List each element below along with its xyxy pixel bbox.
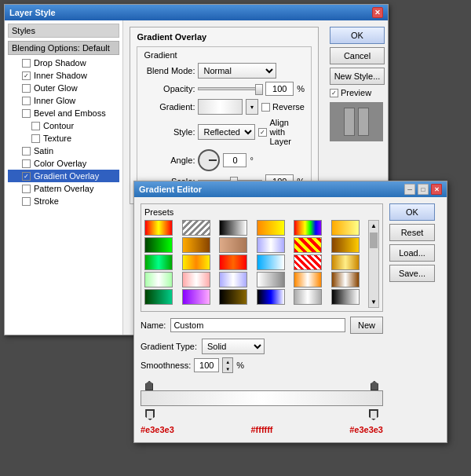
sidebar-item-inner-glow[interactable]: Inner Glow <box>8 94 119 107</box>
name-input[interactable] <box>170 318 345 332</box>
preset-28[interactable] <box>257 289 285 305</box>
blend-mode-select[interactable]: Normal <box>198 63 276 79</box>
preset-9[interactable] <box>219 237 247 253</box>
layer-style-close-button[interactable]: ✕ <box>372 7 383 18</box>
preset-16[interactable] <box>257 254 285 270</box>
preset-5[interactable] <box>294 220 322 236</box>
preview-checkbox[interactable]: ✓ <box>330 89 338 97</box>
opacity-slider[interactable] <box>198 87 262 90</box>
new-style-button[interactable]: New Style... <box>330 68 385 85</box>
sidebar-item-drop-shadow[interactable]: Drop Shadow <box>8 57 119 69</box>
ge-ok-button[interactable]: OK <box>389 203 435 221</box>
preset-17[interactable] <box>294 254 322 270</box>
ge-minimize-button[interactable]: ─ <box>404 184 415 195</box>
scroll-thumb[interactable] <box>370 233 378 248</box>
preset-27[interactable] <box>219 289 247 305</box>
sidebar-item-pattern-overlay[interactable]: Pattern Overlay <box>8 182 119 195</box>
gradient-dropdown-arrow[interactable]: ▾ <box>246 99 258 115</box>
color-stop-left[interactable] <box>145 409 155 420</box>
presets-grid <box>144 220 367 305</box>
bevel-emboss-checkbox[interactable] <box>22 109 31 118</box>
new-button[interactable]: New <box>350 317 383 334</box>
angle-value[interactable] <box>223 153 246 167</box>
ge-close-button[interactable]: ✕ <box>431 184 442 195</box>
ge-load-button[interactable]: Load... <box>389 244 435 262</box>
gradient-type-select[interactable]: Solid <box>202 339 265 354</box>
preset-4[interactable] <box>257 220 285 236</box>
sidebar-item-satin[interactable]: Satin <box>8 145 119 157</box>
ge-save-button[interactable]: Save... <box>389 265 435 282</box>
inner-glow-checkbox[interactable] <box>22 97 31 105</box>
preset-25[interactable] <box>144 289 173 305</box>
scroll-up-arrow[interactable]: ▲ <box>369 221 378 231</box>
layer-style-title: Layer Style <box>9 8 56 17</box>
opacity-stop-left[interactable] <box>145 381 153 390</box>
scroll-down-arrow[interactable]: ▼ <box>369 297 378 307</box>
inner-shadow-checkbox[interactable]: ✓ <box>22 71 31 80</box>
sidebar-item-outer-glow[interactable]: Outer Glow <box>8 82 119 94</box>
sidebar-item-stroke[interactable]: Stroke <box>8 195 119 207</box>
preset-1[interactable] <box>144 220 173 236</box>
preset-19[interactable] <box>144 272 173 287</box>
sidebar-item-contour[interactable]: Contour <box>8 119 119 132</box>
color-stop-right[interactable] <box>369 409 378 420</box>
smoothness-value[interactable] <box>194 358 219 372</box>
preset-14[interactable] <box>182 254 210 270</box>
satin-checkbox[interactable] <box>22 147 31 156</box>
sidebar-item-gradient-overlay[interactable]: ✓ Gradient Overlay <box>8 170 119 182</box>
presets-scrollbar[interactable]: ▲ ▼ <box>368 220 379 308</box>
gradient-editor-title: Gradient Editor <box>139 185 202 194</box>
style-select[interactable]: Reflected <box>198 124 255 140</box>
opacity-unit: % <box>297 84 305 93</box>
ge-maximize-button[interactable]: □ <box>418 184 429 195</box>
preset-11[interactable] <box>294 237 322 253</box>
ge-reset-button[interactable]: Reset <box>389 224 435 241</box>
preset-10[interactable] <box>257 237 285 253</box>
smoothness-up-btn[interactable]: ▲ <box>223 358 232 365</box>
reverse-checkbox[interactable] <box>261 103 270 112</box>
preset-26[interactable] <box>182 289 210 305</box>
sidebar-item-color-overlay[interactable]: Color Overlay <box>8 157 119 170</box>
ok-button[interactable]: OK <box>330 27 385 44</box>
preset-3[interactable] <box>219 220 247 236</box>
sidebar-item-inner-shadow[interactable]: ✓ Inner Shadow <box>8 69 119 82</box>
opacity-thumb[interactable] <box>255 84 263 95</box>
preset-18[interactable] <box>331 254 360 270</box>
contour-checkbox[interactable] <box>31 122 40 130</box>
preset-8[interactable] <box>182 237 210 253</box>
sidebar-item-texture[interactable]: Texture <box>8 132 119 145</box>
preset-6[interactable] <box>331 220 360 236</box>
gradient-preview-bar[interactable] <box>141 390 383 406</box>
gradient-overlay-checkbox[interactable]: ✓ <box>22 172 31 181</box>
gradient-row: Gradient: ▾ Reverse <box>144 99 305 115</box>
smoothness-down-btn[interactable]: ▼ <box>223 365 232 372</box>
blend-mode-row: Blend Mode: Normal <box>144 63 305 79</box>
preset-15[interactable] <box>219 254 247 270</box>
cancel-button[interactable]: Cancel <box>330 47 385 64</box>
preset-29[interactable] <box>294 289 322 305</box>
preset-7[interactable] <box>144 237 173 253</box>
drop-shadow-checkbox[interactable] <box>22 59 31 68</box>
gradient-preview[interactable] <box>198 99 243 115</box>
preset-13[interactable] <box>144 254 173 270</box>
sidebar-item-bevel-emboss[interactable]: Bevel and Emboss <box>8 107 119 119</box>
stroke-checkbox[interactable] <box>22 197 31 206</box>
preset-22[interactable] <box>257 272 285 287</box>
preset-24[interactable] <box>331 272 360 287</box>
outer-glow-checkbox[interactable] <box>22 84 31 93</box>
preset-20[interactable] <box>182 272 210 287</box>
smoothness-spinner[interactable]: ▲ ▼ <box>222 357 233 373</box>
preset-21[interactable] <box>219 272 247 287</box>
presets-title: Presets <box>144 207 379 217</box>
preset-30[interactable] <box>331 289 360 305</box>
color-overlay-checkbox[interactable] <box>22 159 31 168</box>
align-layer-checkbox[interactable]: ✓ <box>258 128 267 137</box>
preset-2[interactable] <box>182 220 210 236</box>
opacity-value[interactable] <box>265 82 294 96</box>
angle-dial[interactable] <box>198 149 220 171</box>
pattern-overlay-checkbox[interactable] <box>22 185 31 193</box>
preset-12[interactable] <box>331 237 360 253</box>
opacity-stop-right[interactable] <box>371 381 378 390</box>
texture-checkbox[interactable] <box>31 134 40 143</box>
preset-23[interactable] <box>294 272 322 287</box>
